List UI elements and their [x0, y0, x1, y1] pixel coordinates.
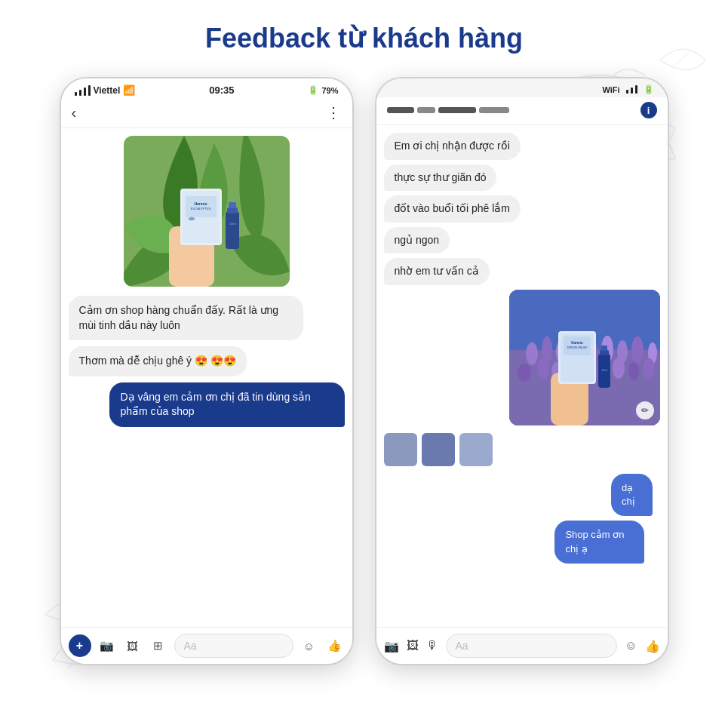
phone-right: WiFi 🔋 i [375, 77, 669, 665]
msg-r-1: Em ơi chị nhận được rồi [384, 133, 521, 160]
phones-row: Viettel 📶 09:35 🔋 79% ‹ ⋮ [60, 77, 669, 665]
svg-rect-13 [229, 202, 236, 208]
bar1 [75, 92, 77, 96]
bar2 [79, 90, 81, 96]
input-bar-right[interactable]: 📷 🖼 🎙 Aa ☺ 👍 [376, 627, 668, 664]
bar4 [88, 85, 91, 96]
grid-icon: ⊞ [153, 639, 163, 653]
msg-r-2: thực sự thư giãn đó [384, 164, 497, 192]
image-icon: 🖼 [127, 640, 138, 653]
svg-rect-42 [600, 350, 609, 355]
svg-point-34 [643, 358, 655, 379]
camera-icon: 📷 [100, 639, 114, 653]
plus-icon: + [76, 639, 83, 653]
camera-button-right[interactable]: 📷 [384, 639, 399, 653]
svg-text:10ml: 10ml [229, 222, 235, 226]
profile-blur-4 [479, 107, 509, 113]
phone-left: Viettel 📶 09:35 🔋 79% ‹ ⋮ [60, 77, 354, 665]
profile-blur-1 [387, 107, 414, 113]
time-left: 09:35 [209, 84, 234, 96]
svg-rect-11 [226, 211, 239, 249]
bar3r [635, 85, 637, 94]
svg-text:Harenu: Harenu [194, 201, 207, 206]
msg-r-3: đốt vào buổi tối phê lắm [384, 195, 521, 223]
msg-sent-r-1-container: dạ chị [611, 474, 660, 516]
msg-sent-r-1: dạ chị [611, 474, 653, 516]
page-title: Feedback từ khách hàng [205, 23, 523, 54]
status-bar-right: WiFi 🔋 [376, 78, 668, 97]
wifi-icon: 📶 [123, 84, 135, 96]
profile-blur-3 [438, 107, 476, 113]
nav-bar-left: ‹ ⋮ [61, 99, 352, 128]
image-button-right[interactable]: 🖼 [407, 639, 419, 653]
carrier-label: Viettel [94, 85, 121, 96]
thumb-row-right [384, 430, 660, 469]
battery-pct: 79% [321, 86, 338, 95]
chat-area-right: Em ơi chị nhận được rồi thực sự thư giãn… [376, 125, 668, 627]
more-options-button[interactable]: ⋮ [326, 103, 342, 121]
image-button[interactable]: 🖼 [123, 636, 143, 656]
like-button-right[interactable]: 👍 [645, 639, 660, 653]
msg-sent-r-2: Shop cảm ơn chị ạ [554, 521, 644, 563]
thumb-2 [422, 433, 455, 466]
product-image-left: Harenu EUCALYPTUS 10ml [124, 136, 290, 287]
svg-text:EUCALYPTUS: EUCALYPTUS [190, 207, 210, 210]
emoji-button-left[interactable]: ☺ [299, 636, 319, 656]
input-bar-left[interactable]: + 📷 🖼 ⊞ Aa ☺ 👍 [61, 627, 352, 664]
grid-button[interactable]: ⊞ [149, 636, 168, 656]
svg-text:STRESS RELIEF: STRESS RELIEF [567, 346, 587, 349]
svg-rect-12 [227, 207, 238, 213]
wifi-icon-right: WiFi [602, 85, 619, 94]
aa-placeholder: Aa [184, 640, 197, 652]
battery-icon-right: 🔋 [644, 84, 654, 94]
product-image-right: Harenu STRESS RELIEF 10ml ✏ [509, 290, 660, 425]
svg-point-33 [628, 362, 639, 380]
thumb-1 [384, 433, 417, 466]
status-right-left: 🔋 79% [308, 85, 338, 95]
edit-icon[interactable]: ✏ [636, 401, 654, 419]
bar2r [631, 88, 633, 94]
msg-sent-r-2-container: Shop cảm ơn chị ạ [554, 521, 659, 563]
emoji-button-right[interactable]: ☺ [625, 639, 637, 653]
svg-point-25 [631, 336, 644, 364]
svg-text:Harenu: Harenu [571, 341, 583, 345]
msg-received-1: Cảm ơn shop hàng chuẩn đấy. Rất là ưng m… [69, 296, 303, 340]
add-button[interactable]: + [69, 634, 91, 657]
like-button-left[interactable]: 👍 [325, 636, 345, 656]
mic-button-right[interactable]: 🎙 [426, 639, 438, 653]
bar3 [84, 88, 86, 96]
chat-area-left: Harenu EUCALYPTUS 10ml Cảm ơn shop hàng … [61, 128, 352, 627]
message-input-right[interactable]: Aa [446, 634, 618, 658]
emoji-icon: ☺ [303, 640, 315, 653]
msg-r-5: nhờ em tư vấn cả [384, 258, 490, 285]
camera-button[interactable]: 📷 [97, 636, 117, 656]
message-input-left[interactable]: Aa [174, 634, 293, 658]
page-container: Feedback từ khách hàng Viettel 📶 09:35 [0, 0, 728, 728]
profile-blur-2 [417, 107, 435, 113]
battery-icon: 🔋 [308, 85, 318, 95]
status-left: Viettel 📶 [75, 84, 136, 96]
back-button[interactable]: ‹ [72, 104, 77, 121]
aa-placeholder-right: Aa [456, 640, 468, 652]
msg-sent-1: Dạ vâng em cảm ơn chị đã tin dùng sản ph… [109, 382, 344, 427]
info-button[interactable]: i [640, 102, 657, 118]
msg-r-4: ngủ ngon [384, 227, 450, 254]
svg-point-27 [518, 364, 531, 382]
thumb-3 [459, 433, 493, 466]
svg-point-28 [537, 358, 549, 379]
svg-point-18 [526, 342, 538, 365]
signal-bars-right [626, 85, 637, 94]
msg-received-2: Thơm mà dễ chịu ghê ý 😍 😍😍 [69, 346, 247, 376]
like-icon: 👍 [327, 639, 342, 653]
svg-text:10ml: 10ml [601, 369, 607, 372]
status-bar-left: Viettel 📶 09:35 🔋 79% [61, 78, 352, 99]
signal-bars [75, 85, 91, 96]
bar1r [626, 90, 628, 94]
svg-point-32 [613, 358, 625, 379]
svg-rect-43 [601, 346, 607, 351]
profile-header-right: i [376, 97, 668, 125]
